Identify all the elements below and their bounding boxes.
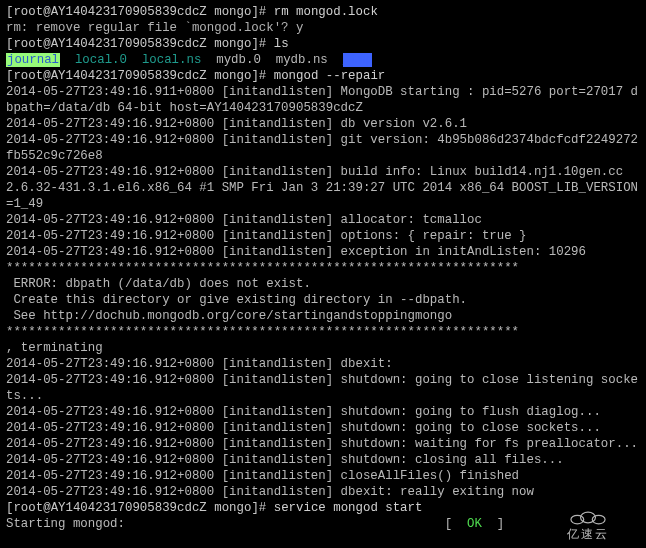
prompt-line: [root@AY140423170905839cdcZ mongo]# [6, 5, 274, 19]
prompt-line: [root@AY140423170905839cdcZ mongo]# [6, 37, 274, 51]
ls-local0: local.0 [75, 53, 127, 67]
prompt-line: [root@AY140423170905839cdcZ mongo]# [6, 69, 274, 83]
ls-journal: journal [6, 53, 60, 67]
cmd-rm: rm mongod.lock [274, 5, 378, 19]
ls-mydbns: mydb.ns [276, 53, 328, 67]
log-line: 2014-05-27T23:49:16.912+0800 [initandlis… [6, 437, 638, 451]
watermark-logo: 亿速云 [538, 510, 638, 542]
log-line: 2014-05-27T23:49:16.912+0800 [initandlis… [6, 421, 601, 435]
service-start-line: Starting mongod: [ OK ] [6, 517, 504, 531]
cmd-service: service mongod start [274, 501, 423, 515]
log-line: 2014-05-27T23:49:16.912+0800 [initandlis… [6, 245, 586, 259]
watermark-text: 亿速云 [567, 526, 609, 542]
log-line: 2014-05-27T23:49:16.912+0800 [initandlis… [6, 357, 393, 371]
rm-confirm: rm: remove regular file `mongod.lock'? y [6, 21, 303, 35]
separator: ****************************************… [6, 325, 519, 339]
log-line: 2014-05-27T23:49:16.912+0800 [initandlis… [6, 405, 601, 419]
log-line: , terminating [6, 341, 103, 355]
cmd-repair: mongod --repair [274, 69, 386, 83]
cmd-ls: ls [274, 37, 289, 51]
log-line: 2014-05-27T23:49:16.912+0800 [initandlis… [6, 117, 467, 131]
log-line: 2014-05-27T23:49:16.912+0800 [initandlis… [6, 229, 527, 243]
error-line: ERROR: dbpath (/data/db) does not exist. [6, 277, 311, 291]
error-line: See http://dochub.mongodb.org/core/start… [6, 309, 452, 323]
ls-mydb0: mydb.0 [216, 53, 261, 67]
log-line: 2014-05-27T23:49:16.911+0800 [initandlis… [6, 85, 638, 115]
log-line: 2014-05-27T23:49:16.912+0800 [initandlis… [6, 485, 534, 499]
log-line: 2014-05-27T23:49:16.912+0800 [initandlis… [6, 213, 482, 227]
log-line: 2014-05-27T23:49:16.912+0800 [initandlis… [6, 133, 638, 163]
log-line: 2014-05-27T23:49:16.912+0800 [initandlis… [6, 469, 519, 483]
error-line: Create this directory or give existing d… [6, 293, 467, 307]
log-line: 2014-05-27T23:49:16.912+0800 [initandlis… [6, 165, 638, 211]
ok-status: OK [467, 517, 482, 531]
prompt-line: [root@AY140423170905839cdcZ mongo]# [6, 501, 274, 515]
log-line: 2014-05-27T23:49:16.912+0800 [initandlis… [6, 373, 638, 403]
ls-localns: local.ns [142, 53, 202, 67]
separator: ****************************************… [6, 261, 519, 275]
cloud-icon [553, 510, 623, 526]
log-line: 2014-05-27T23:49:16.912+0800 [initandlis… [6, 453, 564, 467]
terminal-output: [root@AY140423170905839cdcZ mongo]# rm m… [6, 4, 640, 532]
ls-tmp: _tmp [343, 53, 373, 67]
